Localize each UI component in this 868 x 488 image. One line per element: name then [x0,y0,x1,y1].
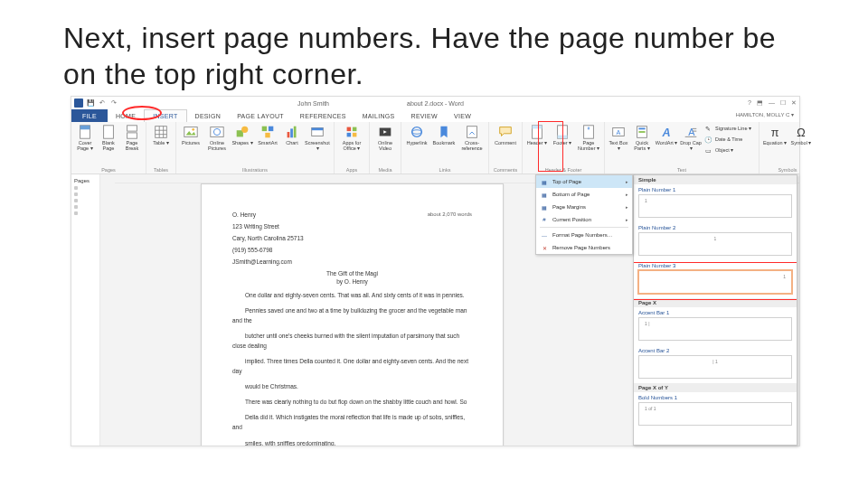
window-controls: ? ⬒ — ☐ ✕ [748,99,797,107]
menu-current-position[interactable]: #Current Position▸ [536,213,632,226]
wordart-icon: A [658,124,675,140]
signature-icon: ✎ [703,125,712,134]
drop-cap-button[interactable]: ADrop Cap ▾ [680,124,702,152]
quick-parts-button[interactable]: Quick Parts ▾ [631,124,653,152]
tab-view[interactable]: VIEW [446,109,479,122]
svg-rect-3 [127,126,137,131]
nav-thumb[interactable] [74,211,78,215]
menu-top-of-page[interactable]: ▦Top of Page▸ [536,175,632,188]
save-icon[interactable]: 💾 [86,99,95,108]
shapes-button[interactable]: Shapes ▾ [231,124,253,146]
ribbon-group-pages: Cover Page ▾ Blank Page Page Break Pages [71,122,146,174]
slide-instruction-text: Next, insert page numbers. Have the page… [63,20,814,92]
doc-phone: (919) 555-6798 [232,247,472,253]
menu-bottom-label: Bottom of Page [552,192,590,197]
signed-in-user[interactable]: HAMILTON, MOLLY C ▾ [736,111,794,117]
ribbon-insert: Cover Page ▾ Blank Page Page Break Pages… [71,122,799,174]
ribbon-group-apps: Apps for Office ▾ Apps [335,122,370,174]
tab-references[interactable]: REFERENCES [292,109,354,122]
page-number-label: Page Number ▾ [576,141,601,152]
pictures-button[interactable]: Pictures [179,124,203,146]
gallery-accent-bar-2[interactable]: Accent Bar 2 | 1 [634,345,797,383]
drop-cap-label: Drop Cap ▾ [680,141,702,152]
document-page[interactable]: about 2,070 words O. Henry 123 Writing S… [201,183,504,446]
menu-format-page-numbers[interactable]: ⋯Format Page Numbers… [536,229,632,241]
minimize-icon[interactable]: — [769,99,775,107]
menu-remove-page-numbers[interactable]: ✕Remove Page Numbers [536,241,632,254]
hyperlink-button[interactable]: Hyperlink [404,124,429,146]
vertical-ruler [100,174,115,446]
chart-icon [284,124,300,140]
redo-icon[interactable]: ↷ [109,99,118,108]
date-label: Date & Time [715,137,742,143]
online-pictures-button[interactable]: Online Pictures [204,124,230,152]
svg-rect-22 [294,127,297,138]
tab-file[interactable]: FILE [71,109,108,122]
ribbon-group-text: AText Box ▾ Quick Parts ▾ AWordArt ▾ ADr… [605,122,760,174]
tab-home[interactable]: HOME [108,109,144,122]
table-label: Table ▾ [153,141,169,146]
gallery-plain-number-1[interactable]: Plain Number 1 1 [634,184,797,222]
online-video-button[interactable]: Online Video [373,124,398,152]
tab-design[interactable]: DESIGN [187,109,230,122]
tab-insert[interactable]: INSERT [144,109,186,122]
apps-for-office-button[interactable]: Apps for Office ▾ [337,124,366,152]
tab-page-layout[interactable]: PAGE LAYOUT [229,109,292,122]
menu-top-label: Top of Page [552,179,581,184]
doc-title: The Gift of the Magi [232,270,472,277]
page-break-button[interactable]: Page Break [121,124,143,152]
smartart-icon [259,124,276,140]
footer-label: Footer ▾ [553,141,571,146]
gallery-bold-numbers-1[interactable]: Bold Numbers 1 1 of 1 [634,392,797,430]
quick-parts-icon [634,124,650,140]
nav-thumb[interactable] [74,205,78,209]
ribbon-display-icon[interactable]: ⬒ [757,99,763,107]
cover-page-button[interactable]: Cover Page ▾ [74,124,96,152]
doc-paragraph: would be Christmas. [232,381,472,391]
bookmark-button[interactable]: Bookmark [431,124,457,146]
ribbon-group-links: Hyperlink Bookmark Cross-reference Links [401,122,489,174]
gallery-plain-number-3[interactable]: Plain Number 3 1 [634,260,797,298]
maximize-icon[interactable]: ☐ [780,99,786,107]
nav-thumb[interactable] [74,192,78,196]
smartart-button[interactable]: SmartArt [255,124,280,146]
text-box-label: Text Box ▾ [608,141,629,152]
text-box-button[interactable]: AText Box ▾ [608,124,629,152]
signature-line-button[interactable]: ✎Signature Line ▾ [703,124,756,135]
equation-button[interactable]: πEquation ▾ [762,124,788,146]
header-label: Header ▾ [527,141,548,146]
gallery-plain-number-2[interactable]: Plain Number 2 1 [634,222,797,260]
cross-reference-button[interactable]: Cross-reference [458,124,486,152]
blank-page-button[interactable]: Blank Page [98,124,119,152]
chart-button[interactable]: Chart [282,124,302,146]
comment-icon [497,124,514,140]
close-icon[interactable]: ✕ [791,99,797,107]
nav-thumb[interactable] [74,199,78,202]
shapes-label: Shapes ▾ [231,141,252,146]
ribbon-group-text-label: Text [677,167,686,173]
object-button[interactable]: ▭Object ▾ [703,145,756,156]
footer-button[interactable]: Footer ▾ [551,124,574,146]
menu-page-margins[interactable]: ▦Page Margins▸ [536,201,632,213]
symbol-button[interactable]: ΩSymbol ▾ [789,124,813,146]
screenshot-button[interactable]: Screenshot ▾ [304,124,331,152]
comment-button[interactable]: Comment [492,124,519,146]
undo-icon[interactable]: ↶ [98,99,107,108]
header-button[interactable]: Header ▾ [525,124,549,146]
date-time-button[interactable]: 🕒Date & Time [703,135,756,145]
remove-numbers-icon: ✕ [540,243,549,252]
help-icon[interactable]: ? [748,99,751,107]
gallery-accent-bar-1[interactable]: Accent Bar 1 1 | [634,307,797,345]
wordart-label: WordArt ▾ [656,141,678,146]
tab-review[interactable]: REVIEW [403,109,446,122]
wordart-button[interactable]: AWordArt ▾ [655,124,678,146]
page-number-button[interactable]: #Page Number ▾ [576,124,601,152]
word-count-text: about 2,070 words [428,211,472,217]
crossref-label: Cross-reference [458,141,486,152]
menu-bottom-of-page[interactable]: ▦Bottom of Page▸ [536,188,632,201]
nav-thumb[interactable] [74,186,78,190]
table-button[interactable]: Table ▾ [149,124,173,146]
tab-mailings[interactable]: MAILINGS [354,109,403,122]
object-label: Object ▾ [715,148,733,154]
bookmark-label: Bookmark [433,141,456,146]
